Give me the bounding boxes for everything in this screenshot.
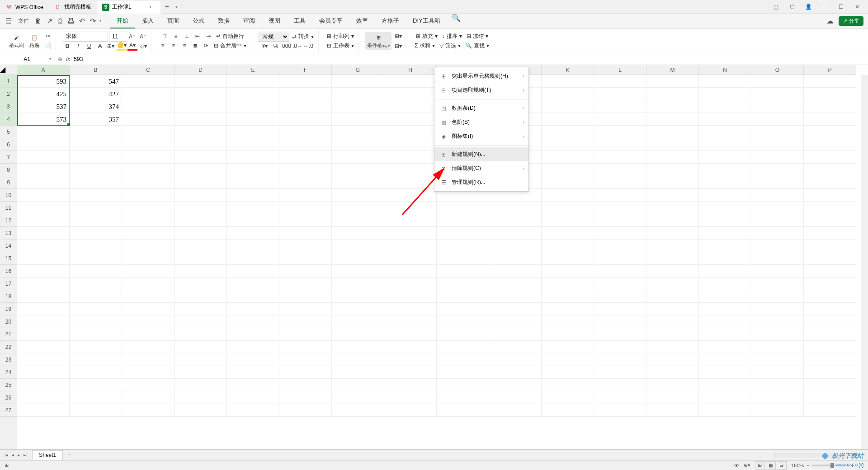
cell-H19[interactable] [384,303,437,315]
minimize-icon[interactable]: — [820,2,829,11]
cell-E25[interactable] [227,379,279,391]
cell-M16[interactable] [646,265,699,277]
cell-P2[interactable] [804,88,856,100]
cell-C26[interactable] [122,391,175,404]
cell-L10[interactable] [594,189,646,202]
cell-K13[interactable] [542,227,594,240]
cell-K12[interactable] [542,214,594,227]
row-header-2[interactable]: 2 [0,88,17,100]
cell-M10[interactable] [646,189,699,202]
cell-O3[interactable] [751,100,804,113]
font-name-input[interactable] [63,32,108,42]
row-header-17[interactable]: 17 [0,277,17,290]
cell-G23[interactable] [332,353,384,366]
cell-O12[interactable] [751,214,804,227]
cell-D27[interactable] [175,404,227,417]
cell-H7[interactable] [384,151,437,164]
cell-N12[interactable] [699,214,751,227]
cell-E18[interactable] [227,290,279,303]
cell-E10[interactable] [227,189,279,202]
align-bottom-icon[interactable]: ⊥ [182,32,192,41]
cell-J15[interactable] [489,252,542,265]
cell-H23[interactable] [384,353,437,366]
page-layout-icon[interactable]: ▦ [766,461,776,470]
align-middle-icon[interactable]: ≡ [171,32,181,41]
table-styles-icon[interactable]: ⊟▾ [393,42,403,51]
cell-M9[interactable] [646,176,699,189]
expand-icon[interactable]: ⊕ [58,56,62,62]
tab-insert[interactable]: 插入 [136,14,160,28]
app-tab-wps[interactable]: W WPS Office [0,1,49,14]
cell-G22[interactable] [332,341,384,353]
format-painter-button[interactable]: 🖌 格式刷 [7,32,26,50]
cell-P20[interactable] [804,315,856,328]
row-header-16[interactable]: 16 [0,265,17,277]
user-avatar-icon[interactable]: 👤 [804,2,813,11]
cell-O15[interactable] [751,252,804,265]
cell-D1[interactable] [175,75,227,88]
cell-M4[interactable] [646,113,699,126]
cell-H3[interactable] [384,100,437,113]
select-all-corner[interactable]: ◢ [0,65,17,75]
merge-center-button[interactable]: ⊟合并居中▾ [212,41,248,51]
cell-I24[interactable] [437,366,489,379]
find-button[interactable]: 🔍查找▾ [463,41,491,51]
cell-K10[interactable] [542,189,594,202]
cell-L9[interactable] [594,176,646,189]
column-header-O[interactable]: O [751,65,804,75]
cell-F14[interactable] [279,240,332,252]
border-icon[interactable]: ⊞▾ [106,42,116,51]
row-header-20[interactable]: 20 [0,315,17,328]
cell-M11[interactable] [646,202,699,214]
cloud-icon[interactable]: ☁ [826,17,834,25]
cell-A12[interactable] [17,214,70,227]
cell-B4[interactable]: 357 [70,113,122,126]
app-tab-workbook[interactable]: S 工作簿1 • [97,1,160,14]
cell-A4[interactable]: 573 [17,113,70,126]
cell-E27[interactable] [227,404,279,417]
cell-B17[interactable] [70,277,122,290]
column-header-L[interactable]: L [594,65,646,75]
cell-L24[interactable] [594,366,646,379]
italic-icon[interactable]: I [73,42,83,51]
cell-L13[interactable] [594,227,646,240]
cell-P12[interactable] [804,214,856,227]
cell-L14[interactable] [594,240,646,252]
cell-H21[interactable] [384,328,437,341]
zoom-label[interactable]: 160% [791,463,804,468]
tab-data[interactable]: 数据 [212,14,236,28]
row-header-14[interactable]: 14 [0,240,17,252]
cell-D13[interactable] [175,227,227,240]
cell-P21[interactable] [804,328,856,341]
cell-E24[interactable] [227,366,279,379]
cell-A22[interactable] [17,341,70,353]
tab-tools[interactable]: 工具 [288,14,312,28]
cell-B8[interactable] [70,164,122,176]
column-header-H[interactable]: H [384,65,437,75]
cell-I17[interactable] [437,277,489,290]
cell-J17[interactable] [489,277,542,290]
cell-B25[interactable] [70,379,122,391]
row-header-5[interactable]: 5 [0,126,17,138]
cell-P24[interactable] [804,366,856,379]
cell-H26[interactable] [384,391,437,404]
cell-K15[interactable] [542,252,594,265]
tab-view[interactable]: 视图 [262,14,287,28]
cell-F25[interactable] [279,379,332,391]
cell-N2[interactable] [699,88,751,100]
cell-M1[interactable] [646,75,699,88]
cell-P10[interactable] [804,189,856,202]
cell-C6[interactable] [122,138,175,151]
cell-N5[interactable] [699,126,751,138]
app-tab-template[interactable]: D 找稻壳模板 [49,1,97,14]
cell-O23[interactable] [751,353,804,366]
dropdown-item[interactable]: ⊞新建规则(N)... [434,147,528,161]
cell-A2[interactable]: 425 [17,88,70,100]
cell-E17[interactable] [227,277,279,290]
cell-F17[interactable] [279,277,332,290]
cell-J19[interactable] [489,303,542,315]
cell-F10[interactable] [279,189,332,202]
sort-button[interactable]: ↓排序▾ [440,32,464,41]
cell-K18[interactable] [542,290,594,303]
bold-icon[interactable]: B [62,42,72,51]
